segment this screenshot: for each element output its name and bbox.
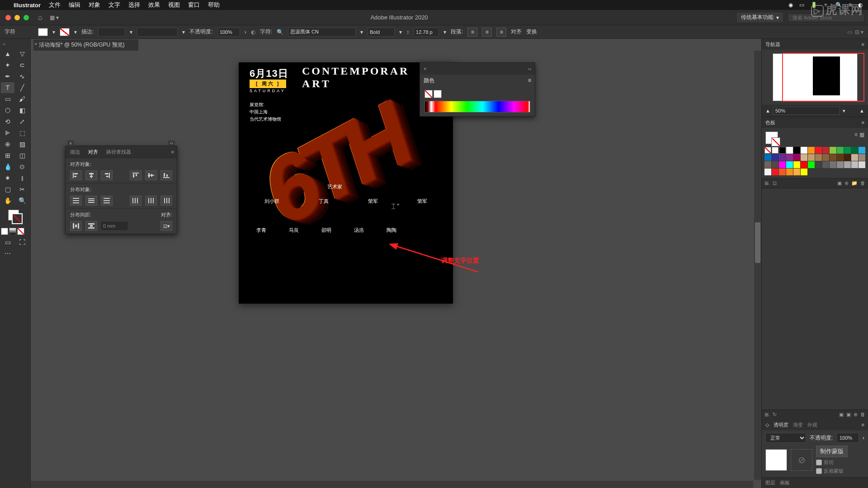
scale-tool[interactable]: ⤢	[15, 116, 29, 127]
footer-icon-6[interactable]: 🗑	[860, 412, 865, 418]
menu-file[interactable]: 文件	[49, 1, 61, 9]
tab-pathfinder[interactable]: 路径查找器	[104, 148, 133, 156]
hand-tool[interactable]: ✋	[1, 195, 14, 206]
spotlight-icon[interactable]: 🔍	[835, 2, 842, 8]
swatch-item[interactable]	[822, 147, 829, 154]
align-top-button[interactable]	[130, 170, 142, 180]
swatch-item[interactable]	[815, 147, 822, 154]
swatch-item[interactable]	[764, 147, 771, 154]
swatch-item[interactable]	[822, 161, 829, 168]
swatch-item[interactable]	[786, 161, 793, 168]
mask-target-thumb[interactable]: ⊘	[791, 449, 812, 471]
slice-tool[interactable]: ✂	[15, 184, 29, 195]
align-vcenter-button[interactable]	[145, 170, 157, 180]
tab-transparency[interactable]: 透明度	[774, 422, 788, 428]
toolbar-expand[interactable]: ‹‹	[0, 41, 30, 47]
swatch-item[interactable]	[772, 161, 778, 168]
footer-icon-4[interactable]: ▣	[846, 412, 851, 418]
new-swatch-icon[interactable]: ⊕	[844, 180, 849, 186]
swatch-fill-stroke[interactable]	[765, 131, 778, 144]
stock-search-input[interactable]	[788, 13, 864, 22]
close-tab-icon[interactable]: ×	[34, 41, 37, 47]
align-right-icon[interactable]: ≡	[496, 28, 506, 37]
transparency-menu-icon[interactable]: ≡	[862, 422, 864, 427]
artboard-tool[interactable]: ▢	[1, 184, 14, 195]
collapse-color-panel-icon[interactable]: ‹‹	[528, 66, 531, 71]
screen-mode-normal[interactable]: ▭	[1, 237, 14, 248]
dist-bottom-button[interactable]	[101, 196, 113, 206]
swatch-item[interactable]	[822, 154, 829, 161]
rectangle-tool[interactable]: ▭	[1, 94, 14, 104]
swatch-item[interactable]	[779, 161, 786, 168]
swatch-item[interactable]	[772, 147, 778, 154]
control-center-icon[interactable]: ≡	[849, 2, 852, 8]
swatch-item[interactable]	[801, 169, 807, 175]
canvas-background[interactable]: 6TH 6月13日 [ 周六 ] SATURDAY CONTEMPORAR AR…	[31, 51, 753, 480]
opacity-input[interactable]	[217, 28, 240, 37]
dist-spacing-h-button[interactable]	[85, 221, 97, 231]
canvas-area[interactable]: × 活动海报* @ 50% (RGB/GPU 预览) 6TH 6月13日 [ 周…	[31, 39, 761, 488]
menu-type[interactable]: 文字	[108, 1, 120, 9]
invert-checkbox[interactable]: 反相蒙版	[816, 468, 848, 474]
direct-selection-tool[interactable]: ▽	[15, 48, 29, 59]
type-tool[interactable]: T	[1, 82, 14, 93]
footer-icon-1[interactable]: ⊞.	[764, 412, 770, 418]
swatch-show-icon[interactable]: ⊡	[773, 180, 777, 186]
edit-toolbar[interactable]: ⋯	[1, 248, 14, 259]
swatch-item[interactable]	[801, 161, 807, 168]
horizontal-scrollbar[interactable]	[31, 481, 753, 488]
swatch-item[interactable]	[837, 161, 844, 168]
collapse-panel-icon[interactable]: ‹‹	[168, 141, 175, 145]
trans-opacity-input[interactable]	[836, 433, 859, 443]
swatch-item[interactable]	[815, 161, 822, 168]
close-color-panel-icon[interactable]: ×	[424, 66, 426, 71]
tab-gradient[interactable]: 渐变	[793, 422, 803, 428]
swatch-libraries-icon[interactable]: ⊞.	[764, 180, 770, 186]
navigator-menu-icon[interactable]: ≡	[862, 42, 864, 47]
selection-tool[interactable]: ▲	[1, 48, 14, 59]
font-search-icon[interactable]: 🔍	[277, 29, 283, 35]
swatch-list-view-icon[interactable]: ≡	[854, 131, 858, 144]
mesh-tool[interactable]: ⊞	[1, 150, 14, 161]
eraser-tool[interactable]: ◧	[15, 105, 29, 116]
fill-stroke-indicator[interactable]	[0, 207, 30, 227]
pen-tool[interactable]: ✒	[1, 71, 14, 82]
swatch-item[interactable]	[779, 169, 786, 175]
zoom-tool[interactable]: 🔍	[15, 195, 29, 206]
dist-top-button[interactable]	[70, 196, 82, 206]
mask-source-thumb[interactable]	[765, 449, 787, 471]
tab-artboards[interactable]: 画板	[780, 479, 790, 486]
siri-icon[interactable]: ◐	[858, 2, 863, 8]
swatch-item[interactable]	[801, 154, 807, 161]
dist-spacing-v-button[interactable]	[70, 221, 82, 231]
swatch-item[interactable]	[830, 147, 836, 154]
vertical-scrollbar[interactable]	[754, 51, 761, 480]
swatch-item[interactable]	[772, 154, 778, 161]
color-white-swatch[interactable]	[434, 90, 442, 98]
magic-wand-tool[interactable]: ✦	[1, 60, 14, 70]
swatch-item[interactable]	[808, 161, 815, 168]
zoom-out-icon[interactable]: ▲	[765, 108, 770, 113]
menu-help[interactable]: 帮助	[208, 1, 220, 9]
menu-view[interactable]: 视图	[168, 1, 180, 9]
tab-appearance[interactable]: 外观	[807, 422, 817, 428]
swatch-item[interactable]	[808, 147, 815, 154]
swatch-item[interactable]	[851, 154, 858, 161]
swatch-item[interactable]	[786, 169, 793, 175]
align-to-button[interactable]: ⊡▾	[160, 221, 172, 231]
free-transform-tool[interactable]: ⬚	[15, 127, 29, 138]
home-icon[interactable]: ⌂	[38, 14, 42, 22]
lasso-tool[interactable]: ⊂	[15, 60, 29, 70]
dist-hcenter-button[interactable]	[145, 196, 157, 206]
font-weight-input[interactable]	[368, 28, 395, 37]
shaper-tool[interactable]: ⬡	[1, 105, 14, 116]
swatch-item[interactable]	[779, 147, 786, 154]
document-tab[interactable]: × 活动海报* @ 50% (RGB/GPU 预览)	[33, 39, 138, 51]
curvature-tool[interactable]: ∿	[15, 71, 29, 82]
swatch-item[interactable]	[772, 169, 778, 175]
menu-select[interactable]: 选择	[128, 1, 140, 9]
color-mode-gradient[interactable]	[9, 228, 16, 235]
swatch-item[interactable]	[859, 154, 865, 161]
swatch-group-icon[interactable]: ▣	[837, 180, 842, 186]
menu-effect[interactable]: 效果	[148, 1, 160, 9]
